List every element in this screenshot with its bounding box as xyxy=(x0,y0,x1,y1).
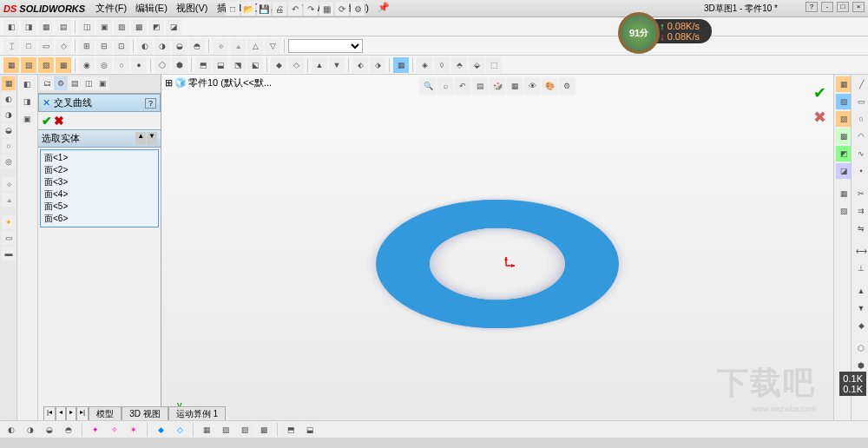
sketch-icon[interactable]: ◆ xyxy=(853,318,868,333)
sketch-trim-icon[interactable]: ✂ xyxy=(853,186,868,201)
tb-icon[interactable]: ◧ xyxy=(3,19,19,35)
graphics-viewport[interactable]: ⊞ 🧊 零件10 (默认<<默... 🔍 ⌕ ↶ ▤ 🎲 ▦ 👁 🎨 ⚙ ✔ ✖ xyxy=(161,75,833,439)
tb-icon[interactable]: ▩ xyxy=(131,19,147,35)
tb-icon[interactable]: ⬓ xyxy=(213,57,228,73)
sketch-point-icon[interactable]: • xyxy=(853,163,868,179)
tb-icon[interactable]: ▧ xyxy=(21,57,36,73)
tb-icon[interactable]: ⊡ xyxy=(114,38,129,54)
sb-icon[interactable]: ◓ xyxy=(61,422,76,438)
rail-icon[interactable]: ▣ xyxy=(19,111,35,127)
menu-pin-icon[interactable]: 📌 xyxy=(374,0,393,16)
sb-icon[interactable]: ✶ xyxy=(126,422,141,438)
filter-combo[interactable] xyxy=(288,39,363,53)
entity-selection-list[interactable]: 面<1> 面<2> 面<3> 面<4> 面<5> 面<6> xyxy=(40,149,159,227)
maximize-icon[interactable]: □ xyxy=(837,2,849,12)
tb-icon[interactable]: ◇ xyxy=(288,57,304,73)
qat-select-icon[interactable]: ▦ xyxy=(319,2,333,16)
rail-icon[interactable]: ⟐ xyxy=(2,177,16,191)
sketch-icon[interactable]: ▼ xyxy=(853,300,868,316)
list-item[interactable]: 面<5> xyxy=(43,201,156,213)
section-view-icon[interactable]: ▤ xyxy=(472,78,488,94)
menu-view[interactable]: 视图(V) xyxy=(173,0,212,16)
menu-file[interactable]: 文件(F) xyxy=(92,0,130,16)
tb-icon[interactable]: ◊ xyxy=(434,57,450,73)
tb-icon[interactable]: ⬒ xyxy=(195,57,211,73)
rail-icon[interactable]: ⟁ xyxy=(2,193,16,207)
display-style-icon[interactable]: ▦ xyxy=(507,78,523,94)
sketch-rel-icon[interactable]: ⊥ xyxy=(853,260,868,276)
ok-button[interactable]: ✔ xyxy=(42,114,52,128)
tb-icon[interactable]: ⬡ xyxy=(155,57,170,73)
hide-show-icon[interactable]: 👁 xyxy=(524,78,540,94)
sb-icon[interactable]: ✧ xyxy=(107,422,122,438)
tb-icon[interactable]: ▼ xyxy=(329,57,345,73)
tb-icon[interactable]: ◑ xyxy=(155,38,170,54)
help-button[interactable]: ? xyxy=(145,98,156,109)
rail-icon[interactable]: ◎ xyxy=(2,155,16,168)
tb-icon[interactable]: ◎ xyxy=(96,57,112,73)
collapse-down-icon[interactable]: ▼ xyxy=(147,132,157,145)
sb-icon[interactable]: ▦ xyxy=(199,422,214,438)
rail-icon[interactable]: ▭ xyxy=(2,231,16,245)
tb-icon[interactable]: ⊟ xyxy=(96,38,112,54)
rail-icon[interactable]: ◧ xyxy=(19,76,35,92)
zoom-area-icon[interactable]: ⌕ xyxy=(437,78,453,94)
tb-icon[interactable]: ⬕ xyxy=(247,57,263,73)
tb-icon[interactable]: ◪ xyxy=(166,19,181,35)
tb-icon[interactable]: ⬖ xyxy=(352,57,368,73)
sb-icon[interactable]: ⬒ xyxy=(283,422,299,438)
rail-icon[interactable]: ◐ xyxy=(2,92,16,106)
sb-icon[interactable]: ◐ xyxy=(3,422,19,438)
qat-save-icon[interactable]: 💾 xyxy=(257,2,271,16)
tb-icon[interactable]: ⬚ xyxy=(486,57,502,73)
rail-icon[interactable]: ○ xyxy=(2,139,16,153)
tb-icon[interactable]: ▦ xyxy=(393,57,409,73)
prev-view-icon[interactable]: ↶ xyxy=(455,78,470,94)
tb-icon[interactable]: ◨ xyxy=(21,19,36,35)
sketch-icon[interactable]: ▲ xyxy=(853,283,868,299)
sketch-offset-icon[interactable]: ⇉ xyxy=(853,203,868,219)
tab-property-mgr-icon[interactable]: ⚙ xyxy=(54,76,68,90)
sketch-circle-icon[interactable]: ○ xyxy=(853,111,868,127)
tab-feature-tree-icon[interactable]: 🗂 xyxy=(40,76,54,90)
tab-dimxpert-icon[interactable]: ◫ xyxy=(82,76,95,90)
tb-icon[interactable]: ◓ xyxy=(189,38,205,54)
tb-icon[interactable]: △ xyxy=(247,38,263,54)
tb-icon[interactable]: ⬢ xyxy=(172,57,187,73)
corner-ok-icon[interactable]: ✔ xyxy=(813,83,826,102)
qat-new-icon[interactable]: □ xyxy=(226,2,240,16)
sb-icon[interactable]: ✦ xyxy=(88,422,103,438)
performance-badge[interactable]: 91分 xyxy=(618,12,660,54)
task-icon[interactable]: ◪ xyxy=(836,163,852,179)
rail-icon[interactable]: ◑ xyxy=(2,108,16,122)
rail-icon[interactable]: ◨ xyxy=(19,94,35,109)
task-icon[interactable]: ▧ xyxy=(836,94,852,109)
tb-icon[interactable]: ▩ xyxy=(56,57,71,73)
zoom-fit-icon[interactable]: 🔍 xyxy=(420,78,436,94)
qat-options-icon[interactable]: ⚙ xyxy=(351,2,365,16)
sb-icon[interactable]: ▨ xyxy=(237,422,253,438)
tab-config-icon[interactable]: ▤ xyxy=(68,76,82,90)
tb-icon[interactable]: ▲ xyxy=(312,57,327,73)
section-header[interactable]: 选取实体 ▲▼ xyxy=(38,129,161,148)
list-item[interactable]: 面<2> xyxy=(43,164,156,176)
task-appearance-icon[interactable]: ▦ xyxy=(836,76,852,92)
sketch-dim-icon[interactable]: ⟷ xyxy=(853,243,868,259)
tb-icon[interactable]: ⬘ xyxy=(451,57,467,73)
qat-redo-icon[interactable]: ↷ xyxy=(304,2,318,16)
tb-icon[interactable]: ○ xyxy=(114,57,129,73)
task-icon[interactable]: ▦ xyxy=(836,186,852,201)
tb-icon[interactable]: ▭ xyxy=(38,38,54,54)
menu-edit[interactable]: 编辑(E) xyxy=(132,0,171,16)
tb-icon[interactable]: ⬔ xyxy=(230,57,246,73)
rail-features-icon[interactable]: ▦ xyxy=(2,76,16,90)
qat-print-icon[interactable]: 🖨 xyxy=(273,2,286,16)
sb-icon[interactable]: ▧ xyxy=(218,422,233,438)
rail-icon[interactable]: ✦ xyxy=(2,215,16,229)
tb-icon[interactable]: ◇ xyxy=(56,38,71,54)
list-item[interactable]: 面<3> xyxy=(43,176,156,188)
task-icon[interactable]: ▧ xyxy=(836,203,852,219)
collapse-up-icon[interactable]: ▲ xyxy=(135,132,146,145)
tb-icon[interactable]: ◫ xyxy=(79,19,95,35)
tb-icon[interactable]: ⟐ xyxy=(213,38,228,54)
